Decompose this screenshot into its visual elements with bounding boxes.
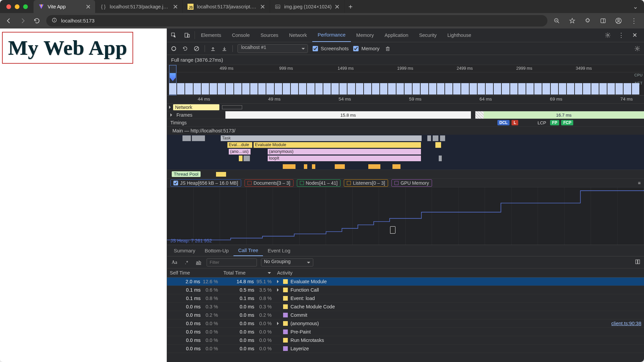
chevron-right-icon[interactable] [169,106,172,109]
calltree-row[interactable]: 0.1 ms0.8 %0.1 ms0.8 %Event: load [167,294,644,303]
devtools-tab-network[interactable]: Network [284,28,312,42]
devtools-tab-application[interactable]: Application [379,28,414,42]
col-self-time[interactable]: Self Time [167,268,221,278]
site-info-icon[interactable] [52,17,57,24]
reload-record-button[interactable] [182,45,189,52]
lane-threadpool[interactable]: Thread Pool [167,170,644,179]
devtools-settings-icon[interactable] [601,28,614,42]
zoom-icon[interactable] [552,16,561,25]
devtools-tab-sources[interactable]: Sources [255,28,284,42]
overview-timeline[interactable]: 499 ms999 ms1499 ms1999 ms2499 ms2999 ms… [167,65,644,96]
flame-anon[interactable]: (anonymous) [268,149,421,155]
back-button[interactable] [4,16,13,25]
kebab-menu-icon[interactable]: ⋮ [629,16,639,25]
save-profile-icon[interactable] [221,45,228,52]
calltree-row[interactable]: 0.0 ms0.0 %0.0 ms0.0 %Run Microtasks [167,336,644,345]
legend-documents[interactable]: Documents[3 – 3] [245,179,293,187]
devtools-close-icon[interactable]: ✕ [628,28,641,42]
profile-select[interactable]: localhost #1 [237,44,308,53]
lane-timings[interactable]: Timings DCL L LCP FP FCP [167,119,644,127]
match-whole-word-icon[interactable]: ab [195,260,203,265]
timing-label-lcp[interactable]: LCP [536,120,548,125]
calltree-row[interactable]: 0.0 ms0.0 %0.0 ms0.0 %Layerize [167,345,644,353]
devtools-tab-lighthouse[interactable]: Lighthouse [442,28,477,42]
filter-input[interactable] [207,258,257,266]
perf-settings-icon[interactable] [634,45,641,52]
close-tab-icon[interactable] [86,4,91,9]
details-tab-summary[interactable]: Summary [169,245,200,256]
calltree-table[interactable]: Self Time Total Time Activity 2.0 ms12.6… [167,268,644,353]
close-window-icon[interactable] [6,4,11,9]
clear-button[interactable] [193,45,200,52]
calltree-row[interactable]: 0.0 ms0.0 %0.0 ms0.0 %Pre-Paint [167,328,644,336]
browser-tab[interactable]: { } localhost:5173/package.json [96,0,183,13]
tab-overflow-icon[interactable]: ⌄ [629,0,641,13]
browser-tab[interactable]: img.jpeg (1024×1024) [270,0,344,13]
grouping-select[interactable]: No Grouping [261,258,313,266]
legend-jsheap[interactable]: JS Heap[656 kB – 16.0 MB] [170,179,241,187]
forward-button[interactable] [18,16,28,25]
details-tab-event-log[interactable]: Event Log [263,245,295,256]
calltree-row[interactable]: 2.0 ms12.6 %14.8 ms95.1 %Evaluate Module [167,278,644,286]
flame-eval[interactable]: Eval…dule [227,142,253,148]
col-total-time[interactable]: Total Time [221,268,274,278]
flame-anon[interactable]: (ano…us) [229,149,251,155]
timing-pill-dcl[interactable]: DCL [497,120,510,125]
inspect-element-icon[interactable] [167,28,180,42]
devtools-tab-console[interactable]: Console [226,28,255,42]
memory-checkbox[interactable]: Memory [353,46,379,51]
details-tab-bottom-up[interactable]: Bottom-Up [200,245,233,256]
calltree-row[interactable]: 0.0 ms0.2 %0.0 ms0.2 %Commit [167,311,644,319]
minimize-window-icon[interactable] [15,4,19,9]
memory-chart[interactable]: JS Heap: 7 261 952 [167,187,644,245]
calltree-row[interactable]: 0.0 ms0.0 %0.0 ms0.0 %(anonymous)client.… [167,319,644,328]
detail-ruler[interactable]: 44 ms49 ms54 ms59 ms64 ms69 ms74 ms [167,96,644,104]
devtools-tab-memory[interactable]: Memory [351,28,379,42]
collect-garbage-icon[interactable] [384,45,391,52]
zoom-window-icon[interactable] [23,4,28,9]
legend-gpu[interactable]: GPU Memory [391,179,432,187]
sidepanel-icon[interactable] [598,16,608,25]
calltree-row[interactable]: 0.0 ms0.3 %0.0 ms0.3 %Cache Module Code [167,303,644,311]
screenshots-checkbox[interactable]: Screenshots [313,46,348,51]
col-activity[interactable]: Activity [274,268,584,278]
devtools-tab-performance[interactable]: Performance [312,28,351,42]
flame-loopit[interactable]: loopIt [268,156,421,161]
load-profile-icon[interactable] [210,45,216,52]
devtools-tab-elements[interactable]: Elements [196,28,226,42]
match-case-icon[interactable]: Aa [170,260,178,265]
devtools-tab-security[interactable]: Security [414,28,442,42]
lane-frames[interactable]: Frames 15.8 ms 16.7 ms [167,111,644,119]
url-field[interactable]: localhost:5173 [46,15,547,26]
flame-task[interactable]: Task [221,135,422,141]
chevron-right-icon[interactable] [170,113,174,117]
legend-nodes[interactable]: Nodes[41 – 41] [297,179,341,187]
details-tab-call-tree[interactable]: Call Tree [233,245,263,256]
lane-network[interactable]: Network [167,104,644,111]
browser-tab[interactable]: JS localhost:5173/javascript.svg [183,0,270,13]
close-tab-icon[interactable] [335,4,339,9]
heaviest-stack-icon[interactable] [635,259,641,266]
extensions-icon[interactable] [583,16,592,25]
source-link[interactable]: client.ts:90:38 [611,321,641,326]
record-button[interactable] [170,45,177,52]
close-tab-icon[interactable] [173,4,178,9]
lane-main[interactable]: Main — http://localhost:5173/ Task Eval…… [167,127,644,170]
regex-icon[interactable]: .* [182,260,191,265]
chevron-right-icon[interactable] [277,280,280,283]
flame-eval[interactable]: Evaluate Module [254,142,421,148]
browser-tab[interactable]: Vite App [34,0,96,13]
close-tab-icon[interactable] [260,4,265,9]
devtools-kebab-icon[interactable]: ⋮ [614,28,628,42]
bookmark-icon[interactable] [568,16,577,25]
calltree-row[interactable]: 0.1 ms0.6 %0.5 ms3.5 %Function Call [167,286,644,294]
timing-pill-fp[interactable]: FP [550,120,559,125]
reload-button[interactable] [32,16,42,25]
chevron-right-icon[interactable] [277,322,280,325]
memory-menu-icon[interactable]: ≡ [638,180,641,186]
new-tab-button[interactable]: ＋ [344,0,357,13]
chevron-right-icon[interactable] [277,288,280,292]
timing-pill-fcp[interactable]: FCP [561,120,573,125]
device-toolbar-icon[interactable] [180,28,194,42]
profile-icon[interactable] [614,16,623,25]
